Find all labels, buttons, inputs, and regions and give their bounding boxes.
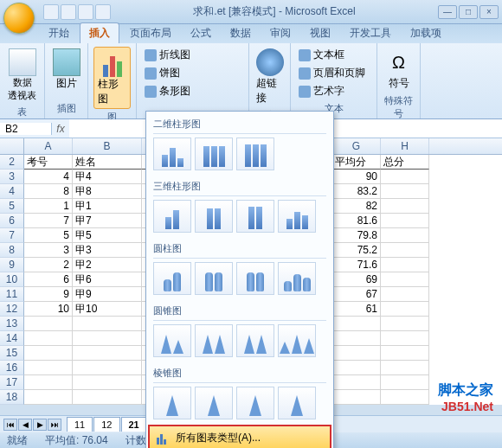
chart-cone-1[interactable] [153,324,191,357]
tab-layout[interactable]: 页面布局 [121,23,180,43]
qat-redo[interactable] [78,4,93,20]
chart-cyl-1[interactable] [153,262,191,295]
cell[interactable] [381,184,429,199]
cell[interactable]: 82 [332,199,381,214]
row-header[interactable]: 11 [0,287,24,302]
office-orb[interactable] [3,3,35,34]
row-header[interactable]: 15 [0,346,24,361]
cell[interactable]: 6 [24,272,73,287]
qat-save[interactable] [43,4,59,20]
cell[interactable]: 9 [24,287,73,302]
tab-dev[interactable]: 开发工具 [341,23,400,43]
cell[interactable] [381,287,429,302]
chart-2d-stacked[interactable] [195,138,233,170]
cell[interactable]: 甲4 [73,170,142,184]
select-all-corner[interactable] [0,138,24,154]
cell[interactable]: 3 [24,243,73,258]
minimize-button[interactable]: — [438,5,457,19]
chart-2d-clustered[interactable] [153,138,191,170]
row-header[interactable]: 5 [0,199,24,214]
hyperlink-button[interactable]: 超链接 [253,47,287,107]
chart-2d-100stacked[interactable] [236,138,274,170]
row-header[interactable]: 14 [0,331,24,346]
cell[interactable] [381,228,429,243]
cell[interactable] [381,375,429,390]
cell[interactable]: 79.8 [332,228,381,243]
cell[interactable] [24,375,73,390]
row-header[interactable]: 3 [0,170,24,184]
pie-chart-button[interactable]: 饼图 [142,65,193,81]
sheet-nav-first[interactable]: ⏮ [3,419,17,431]
qat-more[interactable] [95,4,111,20]
cell[interactable]: 71.6 [332,258,381,272]
cell[interactable]: 83.2 [332,184,381,199]
row-header[interactable]: 16 [0,361,24,375]
qat-undo[interactable] [61,4,76,20]
cell[interactable] [381,243,429,258]
tab-view[interactable]: 视图 [301,23,339,43]
cell[interactable]: 甲1 [73,199,142,214]
tab-insert[interactable]: 插入 [80,22,119,43]
row-header[interactable]: 6 [0,214,24,228]
cell[interactable] [381,317,429,331]
cell[interactable]: 考号 [24,155,73,170]
line-chart-button[interactable]: 折线图 [142,47,193,63]
cell[interactable]: 67 [332,287,381,302]
cell[interactable]: 甲2 [73,258,142,272]
cell[interactable]: 61 [332,302,381,317]
cell[interactable]: 姓名 [73,155,142,170]
pivot-table-button[interactable]: 数据 透视表 [4,47,40,104]
symbol-button[interactable]: Ω 符号 [382,47,416,93]
cell[interactable]: 平均分 [332,155,381,170]
tab-addin[interactable]: 加载项 [402,23,450,43]
cell[interactable] [73,390,142,405]
cell[interactable] [73,361,142,375]
close-button[interactable]: × [479,5,499,19]
cell[interactable]: 甲3 [73,243,142,258]
chart-cone-2[interactable] [195,324,233,357]
cell[interactable] [381,199,429,214]
cell[interactable] [332,317,381,331]
wordart-button[interactable]: 艺术字 [296,83,368,99]
cell[interactable] [24,390,73,405]
chart-3d-stacked[interactable] [195,200,233,233]
cell[interactable]: 甲5 [73,228,142,243]
chart-cone-4[interactable] [278,324,316,357]
chart-cone-3[interactable] [236,324,274,357]
cell[interactable]: 甲9 [73,287,142,302]
chart-3d-column[interactable] [278,200,316,233]
col-header[interactable]: B [73,138,142,154]
cell[interactable] [381,302,429,317]
picture-button[interactable]: 图片 [49,47,84,93]
cell[interactable] [73,346,142,361]
tab-start[interactable]: 开始 [40,23,78,43]
sheet-tab[interactable]: 11 [67,417,93,432]
fx-icon[interactable]: fx [52,123,69,135]
column-chart-button[interactable]: 柱形图 [93,47,131,109]
cell[interactable] [332,375,381,390]
chart-pyr-2[interactable] [195,387,233,419]
cell[interactable] [332,361,381,375]
cell[interactable]: 81.6 [332,214,381,228]
bar-chart-button[interactable]: 条形图 [142,83,193,99]
cell[interactable]: 5 [24,228,73,243]
chart-cyl-3[interactable] [236,262,274,295]
tab-review[interactable]: 审阅 [261,23,299,43]
cell[interactable] [24,331,73,346]
cell[interactable] [24,346,73,361]
row-header[interactable]: 7 [0,228,24,243]
cell[interactable] [73,317,142,331]
row-header[interactable]: 12 [0,302,24,317]
maximize-button[interactable]: □ [459,5,478,19]
cell[interactable]: 2 [24,258,73,272]
cell[interactable] [332,346,381,361]
cell[interactable] [24,317,73,331]
sheet-tab[interactable]: 12 [93,417,119,432]
chart-cyl-2[interactable] [195,262,233,295]
sheet-tab[interactable]: 21 [121,417,147,432]
cell[interactable]: 69 [332,272,381,287]
cell[interactable] [73,375,142,390]
row-header[interactable]: 8 [0,243,24,258]
tab-formula[interactable]: 公式 [182,23,220,43]
cell[interactable] [381,361,429,375]
